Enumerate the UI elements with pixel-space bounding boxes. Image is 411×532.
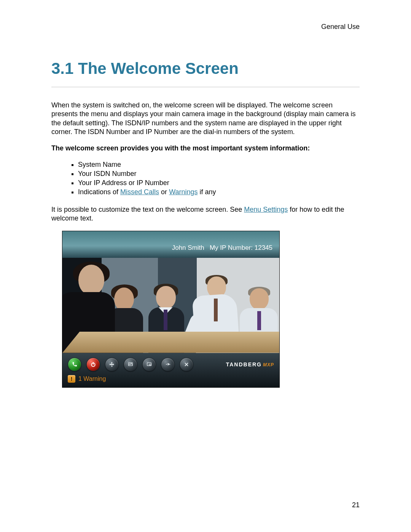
list-item: Indications of Missed Calls or Warnings … — [78, 187, 360, 197]
welcome-screenshot: John Smith My IP Number: 12345 — [62, 231, 280, 388]
svg-rect-4 — [149, 364, 151, 365]
conference-table — [62, 332, 279, 353]
list-item-text: or — [159, 188, 169, 196]
layout-icon[interactable] — [142, 358, 156, 371]
customize-text: It is possible to customize the text on … — [51, 206, 244, 213]
list-item: System Name — [78, 160, 360, 169]
ip-number: 12345 — [255, 244, 272, 251]
info-list: System Name Your ISDN Number Your IP Add… — [51, 160, 360, 197]
presentation-icon[interactable] — [124, 358, 137, 371]
menu-settings-link[interactable]: Menu Settings — [244, 206, 288, 213]
list-item: Your ISDN Number — [78, 169, 360, 178]
list-item-text: Indications of — [78, 188, 120, 196]
brand-label: TANDBERG MXP — [226, 361, 274, 367]
warning-icon: ! — [68, 375, 75, 383]
section-number: 3.1 — [51, 59, 73, 77]
brand-suffix: MXP — [263, 362, 274, 367]
screenshot-menu-bar: TANDBERG MXP ! 1 Warning — [62, 353, 279, 387]
warning-row[interactable]: ! 1 Warning — [68, 375, 274, 383]
warning-count: 1 — [78, 375, 82, 382]
settings-icon[interactable] — [161, 358, 175, 371]
list-item-text: if any — [198, 188, 216, 196]
call-icon[interactable] — [68, 358, 81, 371]
power-icon[interactable] — [86, 358, 100, 371]
screenshot-info-bar: John Smith My IP Number: 12345 — [172, 244, 272, 252]
warnings-link[interactable]: Warnings — [169, 188, 198, 196]
move-icon[interactable] — [105, 358, 119, 371]
list-item: Your IP Address or IP Number — [78, 178, 360, 187]
camera-background — [62, 258, 279, 353]
warning-text: 1 Warning — [78, 375, 106, 382]
missed-calls-link[interactable]: Missed Calls — [120, 188, 159, 196]
ip-label: My IP Number: — [210, 244, 253, 251]
warning-label: Warning — [83, 375, 106, 382]
screenshot-header: John Smith My IP Number: 12345 — [62, 231, 279, 258]
brand-name: TANDBERG — [226, 361, 262, 367]
section-title: 3.1 The Welcome Screen — [51, 59, 360, 78]
info-heading: The welcome screen provides you with the… — [51, 144, 360, 152]
user-name: John Smith — [172, 244, 204, 251]
close-icon[interactable] — [180, 358, 193, 371]
intro-paragraph: When the system is switched on, the welc… — [51, 101, 360, 137]
header-category: General Use — [51, 23, 360, 31]
menu-icons-row: TANDBERG MXP — [68, 358, 274, 371]
section-heading: The Welcome Screen — [78, 59, 239, 77]
section-divider — [51, 87, 360, 87]
customize-paragraph: It is possible to customize the text on … — [51, 205, 360, 223]
page-number: 21 — [352, 501, 360, 509]
